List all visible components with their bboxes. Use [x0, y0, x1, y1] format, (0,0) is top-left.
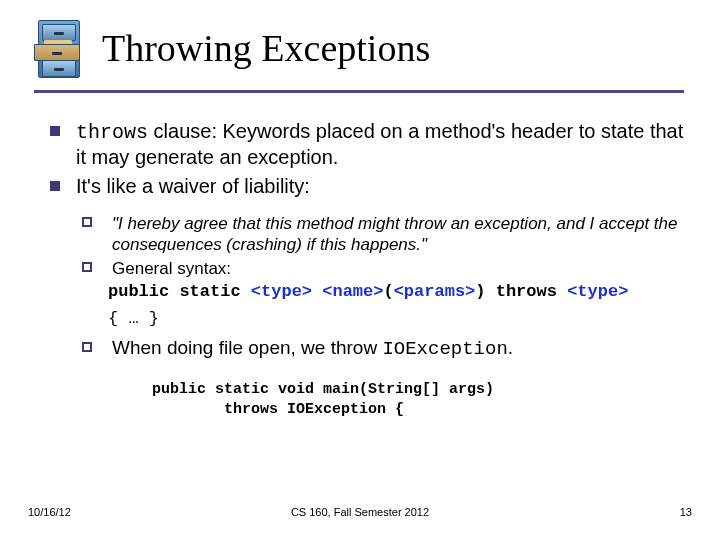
code-line: throws IOException { [152, 400, 690, 420]
open-square-bullet-icon [82, 217, 92, 227]
sub-bullet-ioexception: When doing file open, we throw IOExcepti… [108, 336, 690, 362]
bullet-throws-clause: throws clause: Keywords placed on a meth… [72, 119, 690, 170]
footer-course: CS 160, Fall Semester 2012 [0, 506, 720, 518]
sub-bullet-syntax: General syntax: [108, 258, 690, 279]
bullet-text: It's like a waiver of liability: [76, 175, 310, 197]
syntax-line: public static <type> <name>(<params>) th… [108, 281, 690, 303]
keyword-throws: throws [76, 121, 148, 144]
bullet-waiver: It's like a waiver of liability: [72, 174, 690, 199]
code-text: public static [108, 282, 251, 301]
sub-bullet-quote: "I hereby agree that this method might t… [108, 213, 690, 256]
sub-text: General syntax: [112, 259, 231, 278]
open-square-bullet-icon [82, 342, 92, 352]
code-text: ) [475, 282, 495, 301]
code-text [312, 282, 322, 301]
code-placeholder: <type> [567, 282, 628, 301]
footer-page-number: 13 [680, 506, 692, 518]
filing-cabinet-icon [34, 16, 84, 80]
square-bullet-icon [50, 126, 60, 136]
code-text: IOException [382, 338, 507, 360]
slide: Throwing Exceptions throws clause: Keywo… [0, 0, 720, 540]
sub-text: . [508, 337, 513, 358]
sub-text: "I hereby agree that this method might t… [112, 214, 677, 254]
square-bullet-icon [50, 181, 60, 191]
open-square-bullet-icon [82, 262, 92, 272]
code-example: public static void main(String[] args) t… [152, 380, 690, 421]
code-line: public static void main(String[] args) [152, 380, 690, 400]
braces-line: { … } [108, 309, 690, 328]
code-placeholder: <name> [322, 282, 383, 301]
code-placeholder: <params> [394, 282, 476, 301]
bullet-text: clause: Keywords placed on a method's he… [76, 120, 683, 168]
code-text: throws [496, 282, 567, 301]
sub-text: When doing file open, we throw [112, 337, 382, 358]
code-text: ( [383, 282, 393, 301]
code-placeholder: <type> [251, 282, 312, 301]
body: throws clause: Keywords placed on a meth… [0, 93, 720, 420]
sub-bullets: "I hereby agree that this method might t… [72, 203, 690, 420]
title-row: Throwing Exceptions [0, 0, 720, 80]
slide-title: Throwing Exceptions [102, 26, 430, 70]
